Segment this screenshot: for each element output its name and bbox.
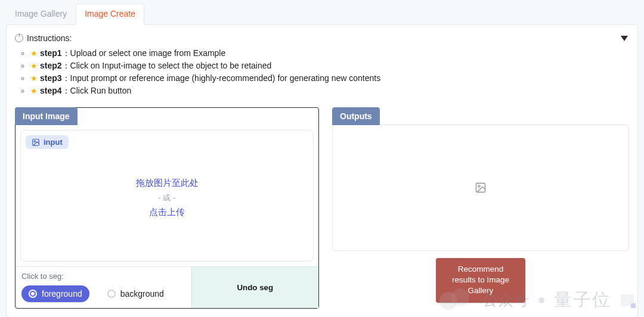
radio-dot-icon — [29, 290, 37, 298]
outputs-panel-title: Outputs — [332, 107, 380, 125]
upload-drop-text: 拖放图片至此处 — [32, 178, 302, 189]
radio-foreground-label: foreground — [42, 289, 82, 299]
main-card: Instructions: ★step1：Upload or select on… — [6, 25, 638, 317]
segmentation-title: Click to seg: — [21, 272, 185, 281]
instructions-title: Instructions: — [27, 33, 72, 43]
segmentation-controls: Click to seg: foreground background — [16, 266, 191, 308]
tab-image-create[interactable]: Image Create — [76, 4, 144, 25]
instructions-header[interactable]: Instructions: — [15, 32, 629, 46]
input-chip: input — [26, 135, 69, 149]
radio-dot-icon — [107, 290, 116, 298]
image-placeholder-icon — [475, 182, 487, 194]
input-upload-card: input 拖放图片至此处 - 或 - 点击上传 — [20, 130, 314, 262]
star-icon: ★ — [30, 49, 38, 58]
svg-point-3 — [478, 185, 480, 187]
radio-background-label: background — [120, 289, 164, 299]
star-icon: ★ — [30, 74, 38, 83]
tabs: Image Gallery Image Create — [6, 4, 638, 25]
input-chip-label: input — [44, 138, 63, 147]
svg-point-1 — [34, 141, 35, 142]
recommend-button[interactable]: Recommend results to Image Gallery — [436, 258, 525, 303]
star-icon: ★ — [30, 86, 38, 95]
image-icon — [32, 138, 40, 147]
undo-seg-button[interactable]: Undo seg — [191, 266, 318, 308]
radio-foreground[interactable]: foreground — [21, 285, 89, 302]
upload-zone[interactable]: 拖放图片至此处 - 或 - 点击上传 — [26, 149, 308, 254]
star-icon: ★ — [30, 61, 38, 70]
instructions-list: ★step1：Upload or select one image from E… — [21, 48, 629, 97]
clock-icon — [15, 34, 23, 42]
input-image-panel-title: Input Image — [15, 107, 78, 125]
outputs-area — [332, 125, 629, 251]
upload-or-text: - 或 - — [32, 192, 302, 203]
upload-click-text[interactable]: 点击上传 — [32, 207, 302, 218]
tab-image-gallery[interactable]: Image Gallery — [6, 4, 76, 24]
chevron-down-icon — [621, 36, 628, 41]
radio-background[interactable]: background — [100, 285, 171, 302]
input-image-panel: Input Image input 拖放图片至此处 - 或 - 点击上传 — [15, 107, 319, 309]
